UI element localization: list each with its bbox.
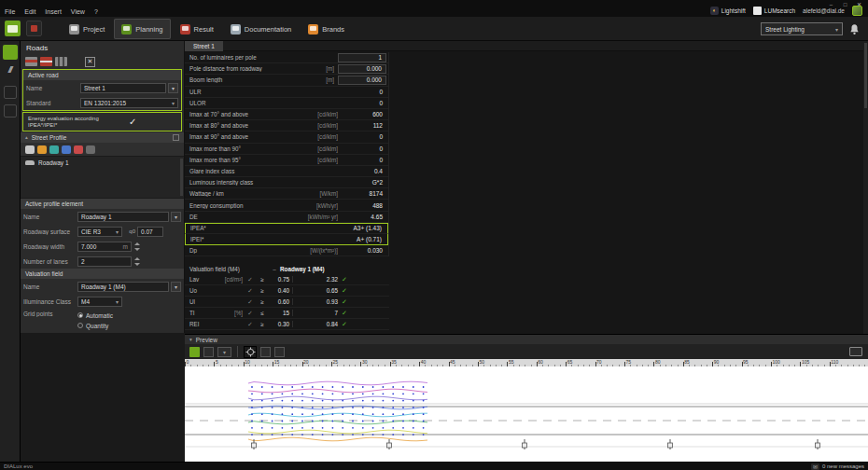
grid-point <box>272 427 273 429</box>
pole-marker[interactable] <box>668 443 673 448</box>
standard-select[interactable]: EN 13201:2015 ▾ <box>80 98 178 108</box>
menu-view[interactable]: View <box>71 8 85 15</box>
number-of-lanes-stepper[interactable] <box>133 256 140 267</box>
property-value[interactable]: 0.000 <box>338 76 386 85</box>
road-type-icon-1[interactable] <box>25 57 37 66</box>
avatar[interactable] <box>852 6 862 16</box>
isoline <box>248 421 427 424</box>
grid-point <box>392 393 394 394</box>
scrollbar-thumb[interactable] <box>864 43 867 108</box>
q0-input[interactable]: 0.07 <box>137 227 163 237</box>
car-tool-icon[interactable] <box>25 145 35 154</box>
property-row: Energy consumption[kWh/yr]488 <box>185 200 388 211</box>
lumsearch-button[interactable]: LUMsearch <box>753 7 795 15</box>
valuation-limit[interactable]: 0.75 <box>267 276 293 283</box>
road-name-label: Name <box>26 85 78 91</box>
account-email[interactable]: alefeld@dial.de <box>803 7 845 14</box>
view-options-dropdown[interactable]: ▾ <box>217 347 231 357</box>
fullscreen-monitor-icon[interactable] <box>849 347 862 356</box>
display-tool-icon[interactable] <box>4 104 17 118</box>
valuation-limit[interactable]: 0.30 <box>267 321 293 327</box>
element-name-input[interactable]: Roadway 1 <box>77 212 169 222</box>
grid-point <box>352 407 354 408</box>
objects-tool-icon[interactable] <box>4 86 17 99</box>
valuation-name-options-button[interactable]: ▾ <box>171 282 181 292</box>
pole-marker[interactable] <box>387 443 392 448</box>
menu-edit[interactable]: Edit <box>24 8 35 15</box>
property-unit: [m] <box>293 76 334 83</box>
street-profile-header[interactable]: ▴ Street Profile <box>21 132 184 143</box>
grid-point <box>261 400 263 402</box>
tab-project[interactable]: Project <box>62 19 112 39</box>
road-name-input[interactable]: Street 1 <box>80 83 166 93</box>
pole-marker[interactable] <box>252 443 257 448</box>
valuation-operator: ≥ <box>258 276 267 283</box>
new-project-icon[interactable] <box>5 21 21 36</box>
grid-point <box>413 427 414 429</box>
main-scrollbar[interactable] <box>863 41 868 334</box>
preview-header[interactable]: ▾ Preview <box>185 335 868 344</box>
delete-road-button[interactable]: ✕ <box>85 57 95 67</box>
roadway-width-label: Roadway width <box>23 243 76 250</box>
grid-point <box>372 421 374 422</box>
ruler-label: 85 <box>684 359 690 365</box>
pole-marker[interactable] <box>816 443 820 448</box>
element-name-options-button[interactable]: ▾ <box>171 212 181 222</box>
energy-evaluation-checkbox[interactable]: ✓ <box>129 117 136 127</box>
tab-documentation[interactable]: Documentation <box>223 19 299 39</box>
zoom-tool-icon[interactable] <box>274 347 285 357</box>
notifications-bell-icon[interactable] <box>848 22 861 35</box>
number-of-lanes-input[interactable]: 2 <box>77 256 132 267</box>
roadway-width-input[interactable]: 7.000 m <box>77 242 132 252</box>
roadway-width-stepper[interactable] <box>133 242 140 252</box>
luminaire-grid-icon[interactable] <box>203 347 214 357</box>
median-tool-icon[interactable] <box>74 145 83 154</box>
valuation-limit[interactable]: 15 <box>267 310 293 316</box>
valuation-limit[interactable]: 0.40 <box>267 287 293 294</box>
road-type-icon-3[interactable] <box>55 57 67 66</box>
pin-icon[interactable] <box>173 134 179 141</box>
valuation-value: 7 <box>293 310 338 316</box>
property-label: Wattage / km <box>185 190 297 197</box>
ruler-tool-icon[interactable] <box>260 347 271 357</box>
crosshair-tool-icon[interactable] <box>244 346 257 358</box>
valuation-name-input[interactable]: Roadway 1 (M4) <box>77 282 169 292</box>
delete-tool-icon[interactable] <box>86 145 95 154</box>
valuation-limit[interactable]: 0.60 <box>267 298 293 305</box>
tab-result[interactable]: Result <box>173 19 221 39</box>
grid-point <box>383 386 385 388</box>
grid-point <box>332 421 334 422</box>
grid-automatic-radio[interactable]: Automatic <box>77 311 113 320</box>
pole-marker[interactable] <box>523 443 527 448</box>
menu-insert[interactable]: Insert <box>45 8 62 15</box>
property-label: ULR <box>185 89 297 95</box>
profile-item-roadway[interactable]: Roadway 1 <box>21 157 184 169</box>
document-tab[interactable]: Street 1 <box>185 41 223 51</box>
road-type-icon-2[interactable] <box>40 57 52 66</box>
roadway-surface-select[interactable]: CIE R3 ▾ <box>77 227 122 237</box>
list-scrollbar[interactable] <box>180 159 183 196</box>
property-value[interactable]: 0.000 <box>338 64 386 74</box>
collapse-minus-icon[interactable]: – <box>269 266 280 272</box>
active-tool-button[interactable] <box>3 45 18 60</box>
preview-active-view-button[interactable] <box>189 347 200 357</box>
menu-file[interactable]: File <box>5 8 15 15</box>
tab-brands[interactable]: Brands <box>301 19 352 39</box>
cycle-lane-tool-icon[interactable] <box>49 145 59 154</box>
valuation-column-header: Roadway 1 (M4) <box>280 266 325 272</box>
road-name-options-button[interactable]: ▾ <box>168 83 178 93</box>
tab-planning[interactable]: Planning <box>114 19 170 39</box>
recent-file-icon[interactable] <box>26 21 42 36</box>
lamp-tool-icon[interactable] <box>37 145 47 154</box>
illuminance-class-select[interactable]: M4 ▾ <box>77 297 122 307</box>
lightshift-button[interactable]: ◐ Lightshift <box>710 7 746 15</box>
draw-tool-icon[interactable]: /// <box>3 65 18 80</box>
property-row: Boom length[m]0.000 <box>185 75 388 86</box>
menu-help[interactable]: ? <box>94 8 98 15</box>
footpath-tool-icon[interactable] <box>62 145 71 154</box>
mode-selector[interactable]: Street Lighting ▾ <box>761 22 843 35</box>
grid-quantity-radio[interactable]: Quantity <box>77 321 113 330</box>
messages-indicator[interactable]: ✉ 0 new messages <box>811 463 864 470</box>
plan-view[interactable] <box>185 366 868 462</box>
property-value[interactable]: 1 <box>338 53 386 62</box>
